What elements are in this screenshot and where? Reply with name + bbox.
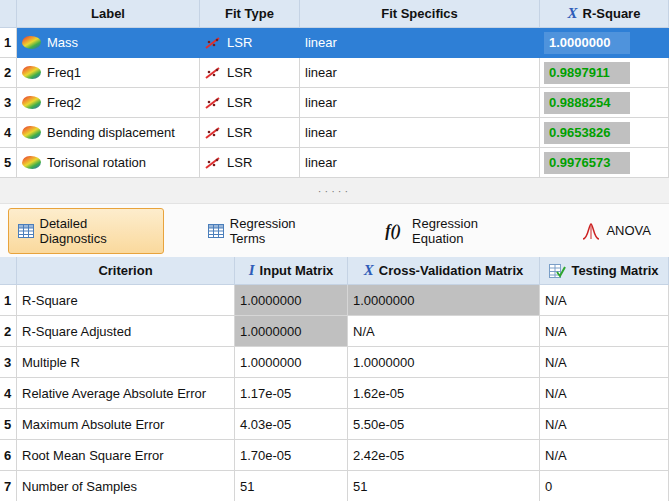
tab-regression-terms[interactable]: Regression Terms (198, 208, 341, 254)
criterion-cell[interactable]: Root Mean Square Error (17, 440, 235, 471)
r-square-column-header: X R-Square (540, 0, 669, 28)
corner-cell (0, 257, 17, 285)
output-label: Bending displacement (47, 125, 175, 140)
response-surface-icon (22, 156, 41, 169)
label-cell[interactable]: Mass (17, 28, 200, 58)
fit-specifics-cell[interactable]: linear (300, 28, 540, 58)
row-number: 2 (0, 316, 17, 347)
fit-specifics-cell[interactable]: linear (300, 88, 540, 118)
cross-validation-value[interactable]: N/A (348, 316, 540, 347)
testing-matrix-value[interactable]: N/A (540, 378, 669, 409)
testing-matrix-value[interactable]: N/A (540, 316, 669, 347)
table-row[interactable]: 3 Freq2 LSR linear 0.9888254 (0, 88, 669, 118)
input-matrix-value[interactable]: 1.0000000 (235, 316, 348, 347)
input-matrix-value[interactable]: 4.03e-05 (235, 409, 348, 440)
fit-type-cell[interactable]: LSR (200, 148, 300, 178)
label-cell[interactable]: Freq2 (17, 88, 200, 118)
table-row[interactable]: 3 Multiple R 1.0000000 1.0000000 N/A (0, 347, 669, 378)
r-square-cell[interactable]: 1.0000000 (540, 28, 669, 58)
cross-validation-value[interactable]: 1.62e-05 (348, 378, 540, 409)
lsr-fit-icon (205, 66, 221, 80)
cross-validation-column-header: X Cross-Validation Matrix (348, 257, 540, 285)
fit-type-value: LSR (227, 125, 252, 140)
input-matrix-value[interactable]: 1.70e-05 (235, 440, 348, 471)
table-row[interactable]: 4 Bending displacement LSR linear 0.9653… (0, 118, 669, 148)
output-label: Torisonal rotation (47, 155, 146, 170)
pane-splitter-handle[interactable]: ····· (0, 178, 669, 204)
r-square-header-label: R-Square (583, 6, 641, 21)
x-matrix-icon: X (364, 262, 374, 279)
table-row[interactable]: 4 Relative Average Absolute Error 1.17e-… (0, 378, 669, 409)
table-row[interactable]: 6 Root Mean Square Error 1.70e-05 2.42e-… (0, 440, 669, 471)
input-matrix-value[interactable]: 1.0000000 (235, 347, 348, 378)
criterion-column-header: Criterion (17, 257, 235, 285)
r-square-cell[interactable]: 0.9653826 (540, 118, 669, 148)
row-number: 7 (0, 471, 17, 501)
input-matrix-value[interactable]: 51 (235, 471, 348, 501)
cross-validation-header-label: Cross-Validation Matrix (379, 263, 523, 278)
table-row[interactable]: 2 R-Square Adjusted 1.0000000 N/A N/A (0, 316, 669, 347)
criterion-cell[interactable]: Number of Samples (17, 471, 235, 501)
table-row[interactable]: 1 R-Square 1.0000000 1.0000000 N/A (0, 285, 669, 316)
lsr-fit-icon (205, 126, 221, 140)
tab-label: ANOVA (606, 223, 651, 238)
testing-matrix-icon (549, 264, 566, 278)
r-square-cell[interactable]: 0.9897911 (540, 58, 669, 88)
response-surface-icon (22, 96, 41, 109)
fit-specifics-cell[interactable]: linear (300, 148, 540, 178)
r-square-cell[interactable]: 0.9888254 (540, 88, 669, 118)
criterion-cell[interactable]: Multiple R (17, 347, 235, 378)
fit-type-cell[interactable]: LSR (200, 28, 300, 58)
r-square-value: 0.9976573 (544, 152, 630, 174)
diagnostics-header-row: Criterion I Input Matrix X Cross-Validat… (0, 257, 669, 285)
criterion-cell[interactable]: Maximum Absolute Error (17, 409, 235, 440)
row-number: 3 (0, 88, 17, 118)
label-cell[interactable]: Bending displacement (17, 118, 200, 148)
tab-regression-equation[interactable]: f() Regression Equation (375, 208, 538, 254)
testing-matrix-value[interactable]: N/A (540, 440, 669, 471)
cross-validation-value[interactable]: 2.42e-05 (348, 440, 540, 471)
table-row[interactable]: 7 Number of Samples 51 51 0 (0, 471, 669, 501)
output-label: Freq2 (47, 95, 81, 110)
testing-matrix-value[interactable]: N/A (540, 285, 669, 316)
table-row[interactable]: 5 Maximum Absolute Error 4.03e-05 5.50e-… (0, 409, 669, 440)
fit-type-cell[interactable]: LSR (200, 88, 300, 118)
fit-type-column-header: Fit Type (200, 0, 300, 28)
fit-summary-table: Label Fit Type Fit Specifics X R-Square … (0, 0, 669, 178)
tab-label: Regression Terms (230, 216, 331, 246)
output-label: Freq1 (47, 65, 81, 80)
table-row[interactable]: 5 Torisonal rotation LSR linear 0.997657… (0, 148, 669, 178)
testing-matrix-value[interactable]: N/A (540, 347, 669, 378)
testing-matrix-value[interactable]: N/A (540, 409, 669, 440)
cross-validation-value[interactable]: 1.0000000 (348, 347, 540, 378)
fit-specifics-cell[interactable]: linear (300, 118, 540, 148)
tab-detailed-diagnostics[interactable]: Detailed Diagnostics (8, 208, 164, 254)
fit-type-value: LSR (227, 35, 252, 50)
r-square-value: 0.9888254 (544, 92, 630, 114)
cross-validation-value[interactable]: 5.50e-05 (348, 409, 540, 440)
input-matrix-value[interactable]: 1.17e-05 (235, 378, 348, 409)
cross-validation-value[interactable]: 51 (348, 471, 540, 501)
fit-type-cell[interactable]: LSR (200, 58, 300, 88)
output-label: Mass (47, 35, 78, 50)
r-square-cell[interactable]: 0.9976573 (540, 148, 669, 178)
splitter-dots: ····· (318, 185, 351, 197)
tab-label: Regression Equation (412, 216, 528, 246)
fit-specifics-cell[interactable]: linear (300, 58, 540, 88)
criterion-cell[interactable]: R-Square (17, 285, 235, 316)
label-cell[interactable]: Freq1 (17, 58, 200, 88)
row-number: 5 (0, 148, 17, 178)
table-row[interactable]: 2 Freq1 LSR linear 0.9897911 (0, 58, 669, 88)
tab-anova[interactable]: ANOVA (572, 213, 661, 249)
testing-matrix-value[interactable]: 0 (540, 471, 669, 501)
input-matrix-value[interactable]: 1.0000000 (235, 285, 348, 316)
criterion-cell[interactable]: R-Square Adjusted (17, 316, 235, 347)
testing-matrix-header-label: Testing Matrix (571, 263, 658, 278)
x-matrix-icon: X (568, 5, 578, 22)
criterion-cell[interactable]: Relative Average Absolute Error (17, 378, 235, 409)
cross-validation-value[interactable]: 1.0000000 (348, 285, 540, 316)
label-cell[interactable]: Torisonal rotation (17, 148, 200, 178)
fit-type-cell[interactable]: LSR (200, 118, 300, 148)
fit-specifics-column-header: Fit Specifics (300, 0, 540, 28)
table-row[interactable]: 1 Mass LSR linear 1.0000000 (0, 28, 669, 58)
